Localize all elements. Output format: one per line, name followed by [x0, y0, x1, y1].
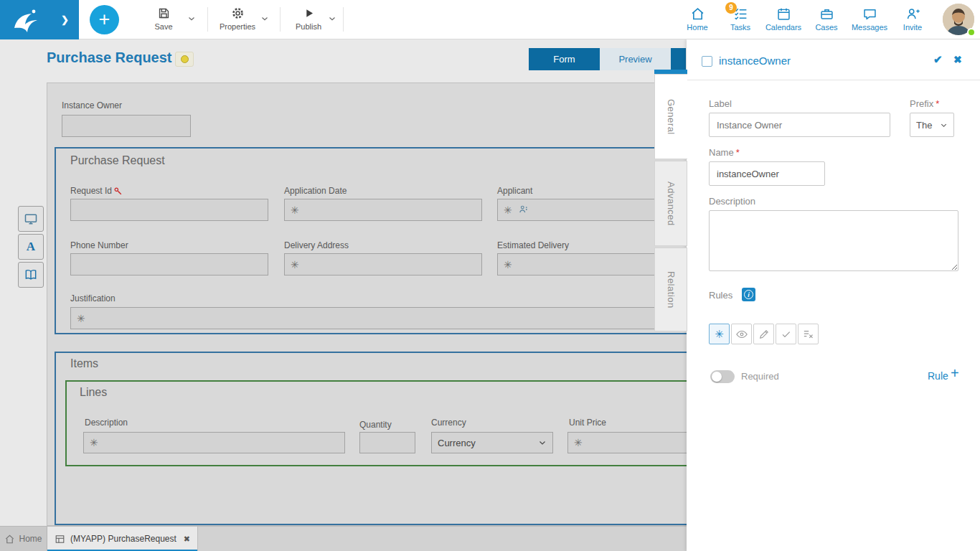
confirm-icon[interactable]: ✔	[933, 53, 943, 66]
eye-icon	[735, 328, 748, 341]
name-input[interactable]	[709, 161, 825, 186]
delivery-address-field[interactable]	[284, 253, 482, 276]
description-field[interactable]	[83, 432, 345, 453]
label-input[interactable]	[709, 113, 890, 137]
letter-a-icon: A	[27, 240, 35, 254]
library-button[interactable]	[18, 262, 44, 288]
quantity-input[interactable]	[359, 432, 415, 453]
app-logo-block[interactable]: ❯	[0, 0, 79, 39]
add-button[interactable]: +	[90, 5, 119, 34]
phone-number-field[interactable]	[70, 253, 268, 276]
top-nav: Home 9 Tasks Calendars Cases	[676, 4, 934, 32]
properties-panel: instanceOwner ✔ ✖ Label Prefix* The Name…	[687, 39, 980, 551]
save-button[interactable]: Save	[142, 6, 185, 31]
view-tabs: Form Preview	[529, 48, 686, 70]
nav-invite[interactable]: Invite	[891, 4, 934, 32]
description-label: Description	[85, 418, 128, 428]
nav-tasks[interactable]: 9 Tasks	[719, 4, 762, 32]
properties-button[interactable]: Properties	[212, 6, 263, 31]
currency-label: Currency	[431, 418, 466, 428]
tab-partial[interactable]	[671, 48, 686, 70]
section-lines[interactable]: Lines Description Quantity Currency Curr…	[65, 380, 771, 466]
panel-divider	[687, 80, 980, 80]
rule-clear-validations-button[interactable]	[798, 324, 819, 344]
bottom-tab-home[interactable]: Home	[0, 527, 47, 551]
add-rule-plus-icon[interactable]: +	[951, 366, 959, 380]
request-id-field[interactable]	[70, 199, 268, 221]
tasks-badge: 9	[725, 2, 737, 14]
section-items[interactable]: Items Lines Description Quantity Currenc…	[55, 352, 781, 525]
prefix-field-label: Prefix*	[910, 98, 939, 109]
publish-button[interactable]: Publish	[286, 6, 331, 31]
screen-icon	[24, 212, 38, 226]
text-tool-button[interactable]: A	[18, 234, 44, 260]
toolbar-divider	[207, 7, 208, 32]
publish-menu-chevron[interactable]	[327, 14, 337, 24]
close-tab-icon[interactable]: ✖	[184, 534, 190, 544]
toggle-knob	[712, 372, 722, 382]
properties-label: Properties	[220, 22, 255, 31]
tab-general[interactable]: General	[654, 74, 687, 159]
quantity-field[interactable]	[359, 432, 415, 453]
properties-menu-chevron[interactable]	[260, 14, 270, 24]
nav-messages[interactable]: Messages	[848, 4, 891, 32]
tab-form[interactable]: Form	[529, 48, 600, 70]
applicant-label: Applicant	[497, 186, 532, 196]
field-checkbox[interactable]	[702, 56, 712, 67]
description-input[interactable]	[83, 432, 345, 453]
phone-number-input[interactable]	[70, 253, 268, 276]
application-date-input[interactable]	[284, 199, 482, 221]
toolbar-divider	[280, 7, 281, 32]
check-icon	[781, 329, 792, 340]
bottom-tab-purchaserequest[interactable]: (MYAPP) PurchaseRequest ✖	[47, 527, 198, 551]
chevron-down-icon	[260, 14, 270, 24]
sidebar-expand-icon[interactable]: ❯	[61, 14, 69, 25]
page-title: Purchase Request	[47, 50, 172, 66]
nav-calendars[interactable]: Calendars	[762, 4, 805, 32]
plus-icon: +	[99, 9, 110, 30]
book-icon	[24, 268, 38, 282]
fields-palette-button[interactable]	[18, 206, 44, 232]
panel-title: instanceOwner	[719, 55, 791, 67]
rule-required-button[interactable]: ✳	[709, 324, 730, 344]
justification-label: Justification	[70, 293, 116, 303]
home-icon	[4, 534, 15, 545]
rule-edit-button[interactable]	[753, 324, 774, 344]
info-icon[interactable]: i	[742, 288, 755, 301]
rule-visible-button[interactable]	[731, 324, 752, 344]
application-date-label: Application Date	[284, 186, 347, 196]
invite-user-icon	[905, 6, 920, 22]
nav-home[interactable]: Home	[676, 4, 719, 32]
top-bar: ❯ + Save Properties Publish	[0, 0, 980, 39]
tab-relation[interactable]: Relation	[654, 248, 687, 331]
required-star: *	[936, 98, 939, 109]
instance-owner-input[interactable]	[62, 115, 191, 137]
delivery-address-input[interactable]	[284, 253, 482, 276]
chevron-down-icon	[538, 438, 547, 447]
online-status-dot	[967, 28, 976, 37]
gear-icon	[231, 6, 245, 20]
rules-label: Rules	[709, 290, 732, 301]
close-panel-icon[interactable]: ✖	[953, 54, 962, 65]
save-label: Save	[154, 22, 172, 31]
list-remove-icon	[802, 328, 814, 340]
currency-select[interactable]: Currency	[431, 432, 553, 453]
required-toggle-label: Required	[741, 371, 779, 382]
chat-bubble-icon	[862, 6, 877, 22]
section-title: Purchase Request	[70, 154, 165, 167]
application-date-field[interactable]	[284, 199, 482, 221]
add-rule-link[interactable]: Rule	[928, 370, 948, 382]
rule-validate-button[interactable]	[776, 324, 796, 344]
prefix-select[interactable]: The	[910, 113, 954, 137]
save-menu-chevron[interactable]	[187, 14, 197, 24]
tab-advanced[interactable]: Advanced	[654, 161, 687, 246]
description-textarea[interactable]	[709, 210, 958, 271]
home-icon	[690, 6, 705, 22]
tab-preview[interactable]: Preview	[600, 48, 671, 70]
save-icon	[157, 6, 171, 20]
section-title: Lines	[80, 386, 107, 399]
request-id-input[interactable]	[70, 199, 268, 221]
instance-owner-field[interactable]	[62, 115, 191, 137]
nav-cases[interactable]: Cases	[805, 4, 848, 32]
required-toggle[interactable]	[710, 370, 735, 383]
